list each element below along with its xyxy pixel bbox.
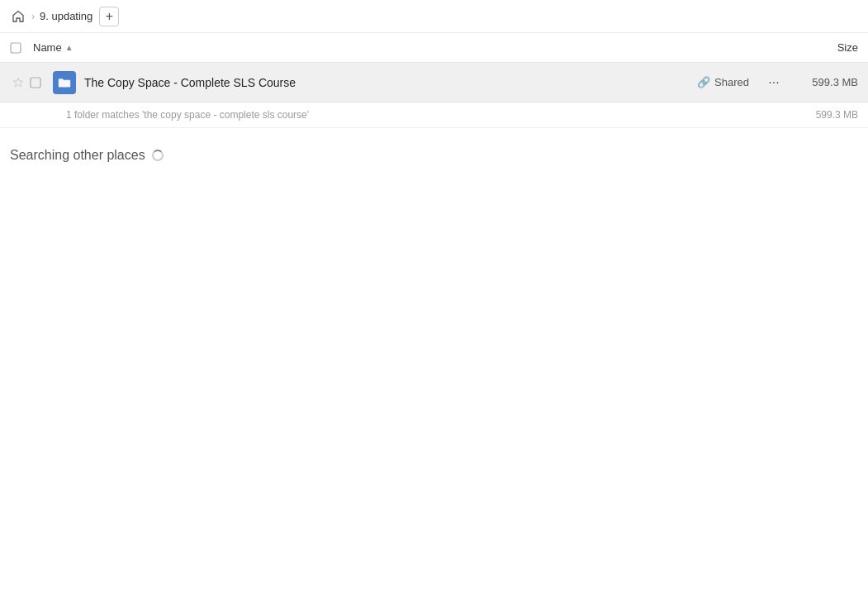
match-info-row: 1 folder matches 'the copy space - compl… bbox=[0, 102, 868, 128]
file-size: 599.3 MB bbox=[792, 76, 858, 88]
match-info-text: 1 folder matches 'the copy space - compl… bbox=[66, 109, 792, 121]
searching-section: Searching other places bbox=[0, 128, 868, 183]
more-options-button[interactable]: ··· bbox=[762, 71, 785, 94]
header-sort-icon: ▲ bbox=[65, 43, 74, 52]
header-name-label: Name bbox=[33, 41, 62, 54]
svg-rect-1 bbox=[31, 78, 40, 88]
column-header-row: Name ▲ Size bbox=[0, 33, 868, 63]
folder-icon bbox=[53, 71, 76, 94]
file-row[interactable]: The Copy Space - Complete SLS Course 🔗 S… bbox=[0, 63, 868, 102]
breadcrumb-label[interactable]: 9. updating bbox=[40, 10, 92, 22]
file-checkbox[interactable] bbox=[30, 77, 46, 88]
match-info-size: 599.3 MB bbox=[792, 109, 858, 121]
add-button[interactable]: + bbox=[99, 7, 119, 26]
header-name-column[interactable]: Name ▲ bbox=[33, 41, 776, 54]
shared-badge: 🔗 Shared bbox=[697, 76, 749, 88]
header-checkbox[interactable] bbox=[10, 42, 26, 54]
shared-label: Shared bbox=[714, 76, 749, 88]
header-size-column[interactable]: Size bbox=[776, 41, 858, 54]
searching-label: Searching other places bbox=[10, 148, 145, 163]
file-name-label: The Copy Space - Complete SLS Course bbox=[84, 76, 697, 89]
svg-rect-0 bbox=[11, 43, 21, 53]
home-icon[interactable] bbox=[10, 8, 26, 25]
breadcrumb-separator: › bbox=[31, 11, 35, 22]
loading-spinner bbox=[152, 150, 164, 161]
topbar: › 9. updating + bbox=[0, 0, 868, 33]
link-icon: 🔗 bbox=[697, 76, 710, 88]
star-icon[interactable] bbox=[10, 74, 26, 91]
